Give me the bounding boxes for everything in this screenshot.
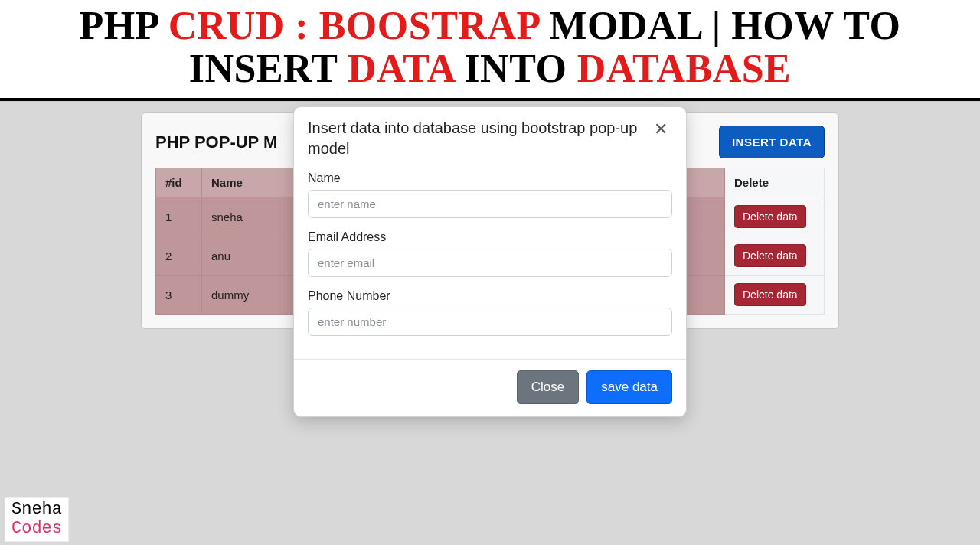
modal-close-button[interactable]: ✕: [649, 118, 672, 141]
phone-input[interactable]: [308, 308, 672, 336]
app-stage: PHP POP-UP M t 2 INSERT DATA #id Name Em…: [0, 101, 980, 545]
modal-close-footer-button[interactable]: Close: [517, 370, 579, 404]
insert-data-button[interactable]: INSERT DATA: [719, 126, 825, 158]
cell-delete: Delete data: [725, 276, 825, 315]
modal-title: Insert data into database using bootstra…: [308, 118, 649, 159]
delete-row-button[interactable]: Delete data: [734, 205, 806, 228]
modal-header: Insert data into database using bootstra…: [294, 107, 686, 168]
headline-seg-4: DATA: [348, 47, 454, 90]
cell-delete: Delete data: [725, 236, 825, 276]
phone-label: Phone Number: [308, 289, 672, 303]
form-group-name: Name: [308, 171, 672, 218]
branding-badge: Sneha Codes: [5, 497, 69, 543]
branding-line-2: Codes: [11, 519, 62, 538]
cell-delete: Delete data: [725, 197, 825, 236]
cell-name: dummy: [202, 276, 286, 315]
modal-body: Name Email Address Phone Number: [294, 168, 686, 359]
panel-title-left: PHP POP-UP M: [155, 132, 277, 152]
form-group-email: Email Address: [308, 230, 672, 277]
col-name: Name: [202, 168, 286, 197]
save-data-button[interactable]: save data: [586, 370, 672, 404]
close-icon: ✕: [654, 119, 668, 139]
cell-name: sneha: [202, 197, 286, 236]
delete-row-button[interactable]: Delete data: [734, 244, 806, 267]
name-input[interactable]: [308, 190, 672, 218]
headline-seg-6: DATABASE: [577, 47, 791, 90]
headline-seg-5: INTO: [454, 47, 577, 90]
modal-footer: Close save data: [294, 359, 686, 416]
headline-seg-2: CRUD : BOOSTRAP: [168, 4, 539, 47]
delete-row-button[interactable]: Delete data: [734, 283, 806, 306]
branding-line-1: Sneha: [11, 500, 62, 519]
email-input[interactable]: [308, 249, 672, 277]
cell-id: 3: [156, 276, 202, 315]
form-group-phone: Phone Number: [308, 289, 672, 336]
col-id: #id: [156, 168, 202, 197]
name-label: Name: [308, 171, 672, 185]
headline-seg-1: PHP: [80, 4, 168, 47]
cell-id: 1: [156, 197, 202, 236]
email-label: Email Address: [308, 230, 672, 244]
col-delete: Delete: [725, 168, 825, 197]
insert-modal: Insert data into database using bootstra…: [293, 106, 687, 417]
page-headline: PHP CRUD : BOOSTRAP MODAL | HOW TO INSER…: [0, 0, 980, 101]
cell-id: 2: [156, 236, 202, 276]
cell-name: anu: [202, 236, 286, 276]
